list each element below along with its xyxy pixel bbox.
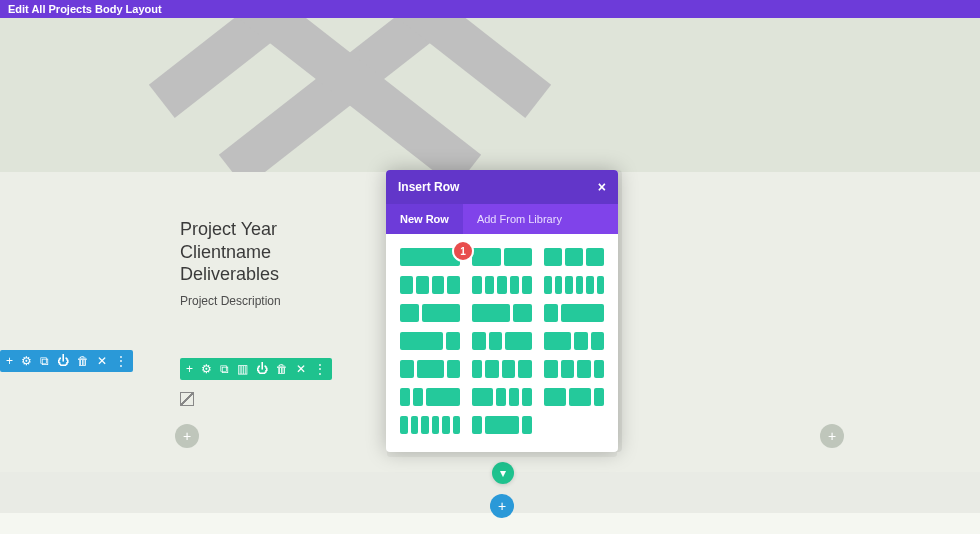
project-text-block: Project Year Clientname Deliverables Pro… [180,218,281,308]
insert-row-modal: Insert Row × New Row Add From Library 1 [386,170,618,452]
duplicate-icon[interactable]: ⧉ [40,355,49,367]
close-icon[interactable]: ✕ [296,363,306,375]
trash-icon[interactable]: 🗑 [77,355,89,367]
layout-option-w-w-n[interactable] [544,388,604,406]
project-client-label: Clientname [180,241,281,264]
layout-option-5col[interactable] [472,276,532,294]
modal-tabs: New Row Add From Library [386,204,618,234]
hero-background [0,18,980,172]
layout-option-4-1[interactable] [544,360,604,378]
duplicate-icon[interactable]: ⧉ [220,363,229,375]
layout-option-1col[interactable] [400,248,460,266]
layout-option-6narrow[interactable] [400,416,460,434]
layout-option-w-n-n-n[interactable] [472,388,532,406]
step-badge: 1 [454,242,472,260]
add-module-button-right[interactable]: + [820,424,844,448]
layout-option-3-1[interactable] [400,332,460,350]
power-icon[interactable]: ⏻ [57,355,69,367]
close-icon[interactable]: ✕ [97,355,107,367]
layout-option-1-1-2[interactable] [472,332,532,350]
add-icon[interactable]: + [186,363,193,375]
power-icon[interactable]: ⏻ [256,363,268,375]
top-bar-title: Edit All Projects Body Layout [8,3,162,15]
section-toolbar[interactable]: + ⚙ ⧉ ⏻ 🗑 ✕ ⋮ [0,350,133,372]
layout-option-n-w-n[interactable] [472,416,532,434]
modal-title: Insert Row [398,180,459,194]
close-icon[interactable]: × [598,179,606,195]
gear-icon[interactable]: ⚙ [21,355,32,367]
project-year-label: Project Year [180,218,281,241]
columns-icon[interactable]: ▥ [237,363,248,375]
layout-option-1-4[interactable] [472,360,532,378]
add-section-button[interactable]: + [490,494,514,518]
layout-option-2-1-1[interactable] [544,332,604,350]
layout-option-1-2[interactable] [400,304,460,322]
trash-icon[interactable]: 🗑 [276,363,288,375]
row-toolbar[interactable]: + ⚙ ⧉ ▥ ⏻ 🗑 ✕ ⋮ [180,358,332,380]
tab-new-row[interactable]: New Row [386,204,463,234]
layout-option-grid: 1 [386,234,618,452]
row-collapse-handle[interactable] [492,462,514,484]
broken-image-icon [180,392,194,406]
layout-option-4col[interactable] [400,276,460,294]
tab-from-library[interactable]: Add From Library [463,204,576,234]
bottom-strip [0,513,980,534]
more-icon[interactable]: ⋮ [115,355,127,367]
layout-option-1-2-1[interactable] [400,360,460,378]
layout-option-2col[interactable] [472,248,532,266]
add-module-button-left[interactable]: + [175,424,199,448]
modal-header[interactable]: Insert Row × [386,170,618,204]
top-bar: Edit All Projects Body Layout [0,0,980,18]
layout-option-3col[interactable] [544,248,604,266]
layout-option-nn-w[interactable] [400,388,460,406]
layout-option-2-1[interactable] [472,304,532,322]
project-description-label: Project Description [180,294,281,308]
more-icon[interactable]: ⋮ [314,363,326,375]
add-icon[interactable]: + [6,355,13,367]
layout-option-1-3[interactable] [544,304,604,322]
gear-icon[interactable]: ⚙ [201,363,212,375]
project-deliverables-label: Deliverables [180,263,281,286]
layout-option-6col[interactable] [544,276,604,294]
